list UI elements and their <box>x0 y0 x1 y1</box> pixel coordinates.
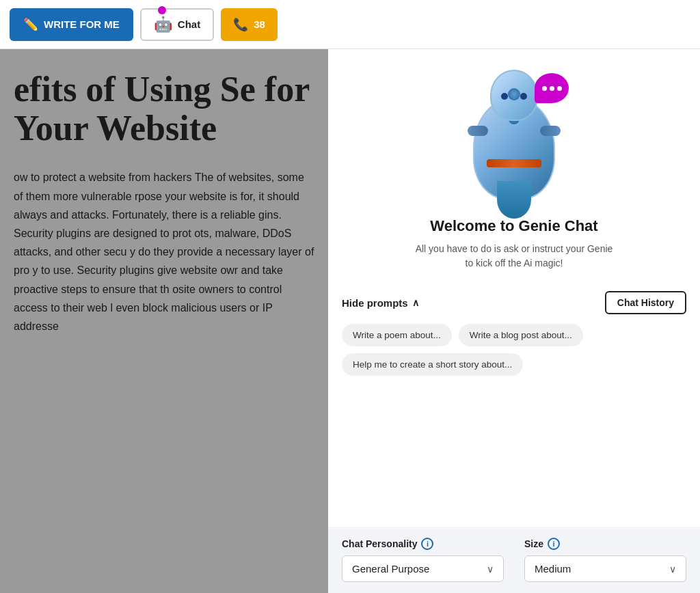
chat-settings-section: Chat Personality i General Purpose ∨ Siz… <box>328 527 700 593</box>
size-value: Medium <box>535 563 571 575</box>
bubble-dot-1 <box>542 86 547 91</box>
chat-history-label: Chat History <box>617 297 674 308</box>
chat-history-button[interactable]: Chat History <box>605 291 686 314</box>
phone-icon: 📞 <box>233 17 248 32</box>
prompt-chip-1[interactable]: Write a poem about... <box>342 324 452 346</box>
article-title: efits of Using Se for Your Website <box>14 70 314 148</box>
number-button[interactable]: 📞 38 <box>221 8 278 41</box>
prompts-header: Hide prompts ∧ Chat History <box>342 291 686 314</box>
chat-panel: Welcome to Genie Chat All you have to do… <box>328 49 700 593</box>
welcome-subtitle: All you have to do is ask or instruct yo… <box>412 242 617 271</box>
chat-settings-row: Chat Personality i General Purpose ∨ Siz… <box>342 538 686 582</box>
bubble-dot-2 <box>550 86 554 91</box>
write-for-me-button[interactable]: ✏️ WRITE FOR ME <box>10 8 133 41</box>
chat-personality-value: General Purpose <box>352 563 429 575</box>
toolbar: ✏️ WRITE FOR ME 🤖 Chat 📞 38 <box>0 0 700 49</box>
chat-welcome-area: Welcome to Genie Chat All you have to do… <box>328 49 700 284</box>
hide-prompts-button[interactable]: Hide prompts ∧ <box>342 297 419 309</box>
genie-mascot <box>453 70 576 206</box>
size-select[interactable]: Medium ∨ <box>524 555 686 582</box>
size-info-icon[interactable]: i <box>548 538 560 550</box>
chevron-down-icon: ∨ <box>487 564 494 575</box>
chat-personality-group: Chat Personality i General Purpose ∨ <box>342 538 504 582</box>
robot-chat-icon: 🤖 <box>154 16 172 33</box>
prompts-section: Hide prompts ∧ Chat History Write a poem… <box>328 284 700 387</box>
genie-gem <box>508 88 520 100</box>
size-group: Size i Medium ∨ <box>524 538 686 582</box>
prompt-chip-3[interactable]: Help me to create a short story about... <box>342 353 523 376</box>
main-content: efits of Using Se for Your Website ow to… <box>0 49 700 593</box>
genie-head <box>490 70 538 121</box>
size-label-text: Size <box>524 538 543 549</box>
bubble-dot-3 <box>557 86 562 91</box>
write-for-me-label: WRITE FOR ME <box>44 18 120 30</box>
prompt-chip-2-label: Write a blog post about... <box>470 330 572 340</box>
prompt-chip-3-label: Help me to create a short story about... <box>353 359 512 370</box>
hide-prompts-label: Hide prompts <box>342 297 408 309</box>
size-chevron-down-icon: ∨ <box>669 564 676 575</box>
chat-personality-label: Chat Personality i <box>342 538 504 550</box>
pencil-icon: ✏️ <box>23 17 38 32</box>
chat-bubble-dots <box>542 86 562 91</box>
chat-button-label: Chat <box>178 18 200 30</box>
article-body: ow to protect a website from hackers The… <box>14 168 314 335</box>
prompt-chip-2[interactable]: Write a blog post about... <box>459 324 583 346</box>
personality-label-text: Chat Personality <box>342 538 417 549</box>
chat-button[interactable]: 🤖 Chat <box>140 8 214 41</box>
size-label: Size i <box>524 538 686 550</box>
prompt-chips: Write a poem about... Write a blog post … <box>342 324 686 376</box>
genie-belt <box>487 159 541 167</box>
article-panel: efits of Using Se for Your Website ow to… <box>0 49 328 593</box>
personality-info-icon[interactable]: i <box>421 538 433 550</box>
number-label: 38 <box>254 18 265 30</box>
chat-personality-select[interactable]: General Purpose ∨ <box>342 555 504 582</box>
chevron-up-icon: ∧ <box>412 297 419 308</box>
chat-bubble-icon <box>535 73 569 103</box>
prompt-chip-1-label: Write a poem about... <box>353 330 441 340</box>
